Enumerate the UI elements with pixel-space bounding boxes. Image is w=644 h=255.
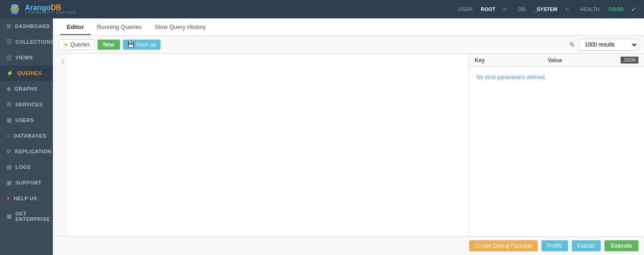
logo: ArangoDB COMMUNITY EDITION bbox=[7, 2, 76, 17]
svg-point-2 bbox=[11, 10, 18, 14]
code-input[interactable] bbox=[67, 54, 469, 236]
sidebar-item-get-enterprise[interactable]: ▣ GET ENTERPRISE bbox=[0, 206, 53, 226]
sidebar-item-graphs[interactable]: ◈ GRAPHS bbox=[0, 81, 53, 97]
sidebar-label-databases: DATABASES bbox=[14, 133, 46, 139]
line-number-1: 1 bbox=[55, 58, 64, 66]
sidebar-item-support[interactable]: ▣ SUPPORT bbox=[0, 175, 53, 191]
tab-running-queries[interactable]: Running Queries bbox=[91, 20, 149, 35]
new-button[interactable]: New bbox=[98, 40, 120, 50]
toolbar-right: ✎ 1000 results 100 results 250 results 2… bbox=[569, 39, 638, 51]
sidebar-label-queries: QUERIES bbox=[17, 70, 42, 76]
support-icon: ▣ bbox=[6, 180, 12, 186]
health-label: HEALTH: bbox=[580, 6, 601, 12]
db-value: _SYSTEM bbox=[534, 6, 557, 12]
sidebar-item-logs[interactable]: ▤ LOGS bbox=[0, 159, 53, 175]
sidebar-label-views: VIEWS bbox=[16, 55, 33, 60]
logo-subtitle: COMMUNITY EDITION bbox=[25, 10, 76, 15]
sidebar: ⊞ DASHBOARD ☰ COLLECTIONS ◫ VIEWS ⚡ QUER… bbox=[0, 18, 53, 255]
db-label: DB: bbox=[518, 6, 526, 12]
sidebar-item-dashboard[interactable]: ⊞ DASHBOARD bbox=[0, 18, 53, 34]
tab-editor[interactable]: Editor bbox=[60, 20, 91, 35]
views-icon: ◫ bbox=[6, 54, 12, 61]
star-icon: ★ bbox=[63, 41, 69, 48]
sidebar-item-collections[interactable]: ☰ COLLECTIONS bbox=[0, 34, 53, 50]
user-value: ROOT bbox=[481, 6, 495, 12]
logs-icon: ▤ bbox=[6, 164, 12, 170]
save-as-button[interactable]: 💾 Save as bbox=[123, 40, 161, 50]
health-value: GOOD bbox=[608, 6, 624, 12]
help-icon: ♥ bbox=[6, 195, 10, 202]
main-layout: ⊞ DASHBOARD ☰ COLLECTIONS ◫ VIEWS ⚡ QUER… bbox=[0, 18, 644, 255]
sidebar-label-logs: LOGS bbox=[16, 164, 31, 170]
sidebar-item-services[interactable]: ⚙ SERVICES bbox=[0, 97, 53, 112]
user-label: USER: bbox=[458, 6, 474, 12]
tabs-bar: Editor Running Queries Slow Query Histor… bbox=[53, 18, 644, 36]
key-col-header: Key bbox=[475, 57, 548, 64]
header-right: USER: ROOT ↻ DB: _SYSTEM ↻ HEALTH: GOOD … bbox=[458, 6, 637, 13]
sidebar-label-users: USERS bbox=[16, 117, 34, 123]
params-panel: Key Value JSON No bind parameters define… bbox=[469, 54, 644, 236]
health-icon: ✔ bbox=[631, 6, 637, 13]
enterprise-icon: ▣ bbox=[6, 213, 12, 220]
sidebar-item-views[interactable]: ◫ VIEWS bbox=[0, 50, 53, 65]
logo-icon bbox=[7, 2, 22, 17]
logo-text: ArangoDB COMMUNITY EDITION bbox=[25, 4, 76, 15]
dashboard-icon: ⊞ bbox=[6, 23, 12, 29]
sidebar-label-support: SUPPORT bbox=[16, 180, 42, 185]
explain-button[interactable]: Explain bbox=[572, 240, 601, 251]
line-numbers: 1 bbox=[53, 54, 67, 236]
queries-icon: ⚡ bbox=[6, 70, 14, 76]
queries-button[interactable]: ★ Queries bbox=[58, 39, 95, 50]
content-area: Editor Running Queries Slow Query Histor… bbox=[53, 18, 644, 255]
toolbar: ★ Queries New 💾 Save as ✎ 1000 results 1… bbox=[53, 36, 644, 54]
sidebar-item-users[interactable]: ▣ USERS bbox=[0, 112, 53, 128]
execute-button[interactable]: Execute bbox=[604, 240, 638, 251]
graphs-icon: ◈ bbox=[6, 86, 11, 92]
services-icon: ⚙ bbox=[6, 101, 12, 108]
editor-area: 1 Key Value JSON No bind parameters defi… bbox=[53, 54, 644, 236]
bottom-bar: Create Debug Package Profile Explain Exe… bbox=[53, 236, 644, 255]
sidebar-item-replication[interactable]: ⟳ REPLICATION bbox=[0, 144, 53, 159]
create-debug-package-button[interactable]: Create Debug Package bbox=[469, 240, 538, 251]
sidebar-item-databases[interactable]: ≡ DATABASES bbox=[0, 128, 53, 144]
sidebar-label-replication: REPLICATION bbox=[15, 149, 52, 154]
sidebar-label-services: SERVICES bbox=[16, 102, 43, 107]
value-col-header: Value bbox=[548, 57, 621, 64]
sidebar-label-graphs: GRAPHS bbox=[15, 86, 38, 92]
params-body: No bind parameters defined. bbox=[469, 67, 644, 236]
params-header: Key Value JSON bbox=[469, 54, 644, 67]
tab-slow-query-history[interactable]: Slow Query History bbox=[148, 20, 212, 35]
user-refresh-icon[interactable]: ↻ bbox=[503, 6, 507, 12]
db-refresh-icon[interactable]: ↻ bbox=[565, 6, 569, 12]
code-editor: 1 bbox=[53, 54, 469, 236]
users-icon: ▣ bbox=[6, 117, 12, 123]
json-badge[interactable]: JSON bbox=[621, 57, 638, 64]
profile-button[interactable]: Profile bbox=[541, 240, 568, 251]
header: ArangoDB COMMUNITY EDITION USER: ROOT ↻ … bbox=[0, 0, 644, 18]
collections-icon: ☰ bbox=[6, 39, 12, 45]
edit-icon[interactable]: ✎ bbox=[569, 41, 575, 48]
replication-icon: ⟳ bbox=[6, 148, 12, 155]
results-select[interactable]: 1000 results 100 results 250 results 250… bbox=[579, 39, 638, 51]
sidebar-label-collections: COLLECTIONS bbox=[16, 39, 54, 45]
no-params-message: No bind parameters defined. bbox=[477, 74, 546, 81]
sidebar-item-queries[interactable]: ⚡ QUERIES bbox=[0, 65, 53, 81]
sidebar-label-dashboard: DASHBOARD bbox=[15, 23, 50, 29]
sidebar-label-help-us: HELP US bbox=[14, 196, 37, 201]
sidebar-label-get-enterprise: GET ENTERPRISE bbox=[16, 211, 50, 222]
databases-icon: ≡ bbox=[6, 133, 10, 139]
save-icon: 💾 bbox=[127, 41, 134, 48]
sidebar-item-help-us[interactable]: ♥ HELP US bbox=[0, 191, 53, 206]
